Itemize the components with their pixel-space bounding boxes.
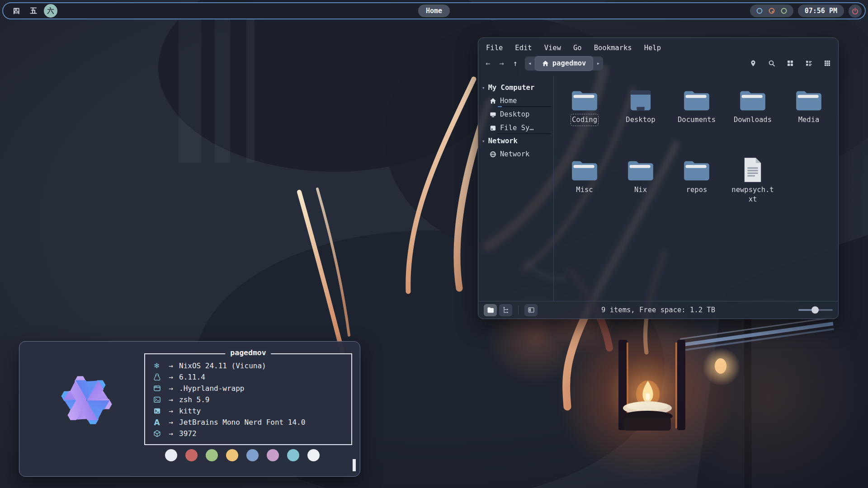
- package-icon: [151, 430, 163, 437]
- file-documents[interactable]: Documents: [669, 86, 725, 125]
- menu-bookmarks[interactable]: Bookmarks: [594, 44, 632, 52]
- sidebar-item-network[interactable]: Network: [478, 147, 553, 161]
- nav-buttons: ←→↑: [486, 59, 518, 68]
- path-bar: ◂ pagedmov ▸: [525, 56, 604, 70]
- menu-file[interactable]: File: [486, 44, 503, 52]
- workspace-switcher: 四五六: [3, 4, 57, 18]
- fetch-value: kitty: [179, 407, 201, 415]
- file-misc[interactable]: Misc: [557, 156, 613, 195]
- fetch-value: .Hyprland-wrapp: [179, 384, 245, 393]
- workspace-1[interactable]: 四: [9, 4, 23, 18]
- fetch-title: pagedmov: [225, 348, 271, 357]
- tray-circle-orange-icon[interactable]: [768, 7, 775, 14]
- path-tab[interactable]: pagedmov: [535, 56, 594, 71]
- fetch-value: NixOS 24.11 (Vicuna): [179, 361, 266, 370]
- fetch-row: A→JetBrains Mono Nerd Font 14.0: [151, 417, 348, 428]
- arrow-right-icon: →: [163, 407, 179, 415]
- folder-icon: [571, 156, 599, 182]
- toolbar-right-icons: [750, 60, 831, 67]
- desktop-small-icon: [490, 111, 496, 118]
- arrow-right-icon: →: [163, 373, 179, 381]
- separator: [518, 305, 519, 314]
- sidebar-section-network[interactable]: ▾Network: [478, 135, 553, 147]
- terminal-window: pagedmov ❄→NixOS 24.11 (Vicuna)→6.11.4→.…: [19, 341, 360, 477]
- fetch-row: ❄→NixOS 24.11 (Vicuna): [151, 360, 348, 371]
- file-nix[interactable]: Nix: [613, 156, 669, 195]
- nixos-logo: [40, 360, 133, 442]
- fetch-value: 6.11.4: [179, 373, 205, 381]
- back-icon[interactable]: ←: [486, 59, 490, 68]
- window-body: ▾My ComputerHomeDesktopFile Sy…▾NetworkN…: [478, 76, 838, 301]
- file-label: Downloads: [734, 115, 772, 125]
- status-text: 9 items, Free space: 1.2 TB: [601, 306, 715, 314]
- folder-icon: [571, 86, 599, 112]
- tray-circle-blue-icon[interactable]: [756, 7, 763, 14]
- file-repos[interactable]: repos: [669, 156, 725, 195]
- chevron-right-icon[interactable]: ▸: [593, 60, 603, 66]
- fetch-value: zsh 5.9: [179, 395, 209, 404]
- menu-go[interactable]: Go: [573, 44, 582, 52]
- power-icon: [851, 7, 859, 15]
- bar-right-group: 07:56 PM: [750, 5, 865, 18]
- selection-underline: [498, 133, 551, 134]
- arrow-right-icon: →: [163, 429, 179, 438]
- arrow-right-icon: →: [163, 395, 179, 404]
- palette-dot-2: [185, 449, 198, 461]
- top-bar: 四五六 Home 07:56 PM: [2, 2, 866, 19]
- menu-edit[interactable]: Edit: [515, 44, 532, 52]
- shell-icon: [151, 396, 163, 404]
- power-button[interactable]: [849, 5, 862, 18]
- sidebar-item-label: Network: [500, 150, 529, 158]
- desktop-large-icon: [627, 86, 655, 112]
- side-panel-button[interactable]: [524, 304, 538, 316]
- sidebar-item-desktop[interactable]: Desktop: [478, 108, 553, 121]
- fetch-row: →.Hyprland-wrapp: [151, 383, 348, 394]
- fetch-box: pagedmov ❄→NixOS 24.11 (Vicuna)→6.11.4→.…: [144, 353, 352, 445]
- file-label: Documents: [678, 115, 716, 125]
- file-label: newpsych.txt: [731, 185, 774, 204]
- sidebar-section-my-computer[interactable]: ▾My Computer: [478, 81, 553, 94]
- terminal-icon: [151, 407, 163, 415]
- search-icon[interactable]: [768, 60, 775, 67]
- up-icon[interactable]: ↑: [513, 59, 518, 68]
- clock[interactable]: 07:56 PM: [798, 5, 844, 17]
- sidebar-item-home[interactable]: Home: [478, 94, 553, 108]
- sidebar-item-file-sy[interactable]: File Sy…: [478, 121, 553, 135]
- file-newpsych.txt[interactable]: newpsych.txt: [725, 156, 781, 204]
- palette-dot-6: [267, 449, 279, 461]
- text-file-icon: [742, 156, 763, 182]
- terminal-cursor: [353, 459, 356, 471]
- location-pin-icon[interactable]: [750, 60, 757, 67]
- menu-bar: FileEditViewGoBookmarksHelp: [478, 38, 838, 54]
- tray-circle-green-icon[interactable]: [780, 7, 788, 14]
- path-tab-label: pagedmov: [552, 59, 586, 67]
- menu-help[interactable]: Help: [644, 44, 661, 52]
- slider-knob[interactable]: [811, 306, 819, 314]
- file-media[interactable]: Media: [781, 86, 837, 125]
- fetch-value: 3972: [179, 429, 197, 438]
- tree-view-button[interactable]: [499, 304, 512, 316]
- file-coding[interactable]: Coding: [557, 86, 613, 125]
- file-grid: CodingDesktopDocumentsDownloadsMediaMisc…: [554, 76, 838, 301]
- file-desktop[interactable]: Desktop: [613, 86, 669, 125]
- menu-view[interactable]: View: [544, 44, 561, 52]
- palette-dot-4: [226, 449, 238, 461]
- file-downloads[interactable]: Downloads: [725, 86, 781, 125]
- workspace-2[interactable]: 五: [27, 4, 40, 18]
- arrow-right-icon: →: [163, 361, 179, 370]
- forward-icon[interactable]: →: [499, 59, 504, 68]
- palette-dot-1: [165, 449, 177, 461]
- icon-view-icon[interactable]: [787, 60, 794, 67]
- chevron-left-icon[interactable]: ◂: [525, 60, 535, 66]
- compact-view-icon[interactable]: [805, 60, 812, 67]
- arrow-right-icon: →: [163, 418, 179, 427]
- globe-icon: [490, 151, 496, 158]
- home-icon: [542, 60, 549, 67]
- workspace-3[interactable]: 六: [44, 4, 57, 18]
- thumbnail-view-icon[interactable]: [824, 60, 831, 67]
- folder-icon: [683, 156, 711, 182]
- zoom-slider[interactable]: [798, 306, 833, 314]
- system-tray: [750, 5, 793, 17]
- sidebar: ▾My ComputerHomeDesktopFile Sy…▾NetworkN…: [478, 76, 554, 301]
- folder-view-button[interactable]: [484, 304, 497, 316]
